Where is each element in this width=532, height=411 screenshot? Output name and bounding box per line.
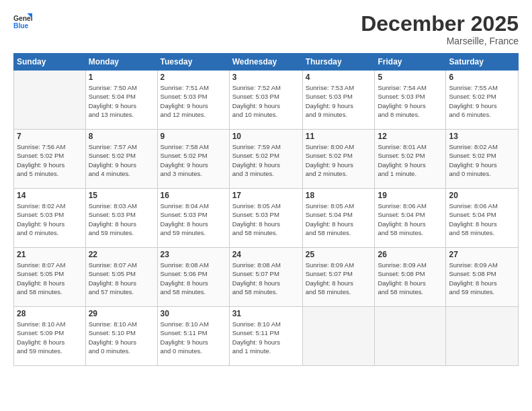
col-sunday: Sunday	[14, 54, 86, 71]
day-number: 30	[161, 309, 226, 318]
day-number: 22	[89, 250, 154, 259]
day-number: 26	[378, 250, 443, 259]
week-row-4: 21Sunrise: 8:07 AMSunset: 5:05 PMDayligh…	[14, 248, 519, 307]
table-cell: 20Sunrise: 8:06 AMSunset: 5:04 PMDayligh…	[446, 189, 519, 248]
table-cell: 12Sunrise: 8:01 AMSunset: 5:02 PMDayligh…	[375, 130, 446, 189]
day-number: 24	[232, 250, 300, 259]
table-cell: 24Sunrise: 8:08 AMSunset: 5:07 PMDayligh…	[229, 248, 302, 307]
table-cell: 10Sunrise: 7:59 AMSunset: 5:02 PMDayligh…	[229, 130, 302, 189]
table-cell	[446, 307, 519, 366]
day-number: 18	[306, 191, 372, 200]
day-number: 1	[89, 73, 154, 82]
logo-icon: General Blue	[13, 12, 32, 31]
table-cell: 9Sunrise: 7:58 AMSunset: 5:02 PMDaylight…	[157, 130, 229, 189]
calendar-page: General Blue December 2025 Marseille, Fr…	[0, 0, 532, 411]
day-number: 14	[17, 191, 83, 200]
col-tuesday: Tuesday	[157, 54, 229, 71]
day-info: Sunrise: 8:08 AMSunset: 5:07 PMDaylight:…	[232, 261, 300, 296]
table-cell: 22Sunrise: 8:07 AMSunset: 5:05 PMDayligh…	[85, 248, 157, 307]
table-cell: 14Sunrise: 8:02 AMSunset: 5:03 PMDayligh…	[14, 189, 86, 248]
day-info: Sunrise: 7:54 AMSunset: 5:03 PMDaylight:…	[378, 83, 443, 119]
logo: General Blue	[13, 12, 32, 31]
day-info: Sunrise: 8:04 AMSunset: 5:03 PMDaylight:…	[161, 201, 226, 237]
day-info: Sunrise: 8:09 AMSunset: 5:08 PMDaylight:…	[449, 261, 515, 296]
table-cell: 2Sunrise: 7:51 AMSunset: 5:03 PMDaylight…	[157, 71, 229, 130]
day-number: 21	[17, 250, 83, 259]
day-info: Sunrise: 8:08 AMSunset: 5:06 PMDaylight:…	[161, 261, 226, 296]
col-wednesday: Wednesday	[229, 54, 302, 71]
week-row-1: 1Sunrise: 7:50 AMSunset: 5:04 PMDaylight…	[14, 71, 519, 130]
week-row-3: 14Sunrise: 8:02 AMSunset: 5:03 PMDayligh…	[14, 189, 519, 248]
day-info: Sunrise: 7:51 AMSunset: 5:03 PMDaylight:…	[161, 83, 226, 119]
day-number: 29	[89, 309, 154, 318]
table-cell: 8Sunrise: 7:57 AMSunset: 5:02 PMDaylight…	[85, 130, 157, 189]
header-row: Sunday Monday Tuesday Wednesday Thursday…	[14, 54, 519, 71]
day-info: Sunrise: 7:55 AMSunset: 5:02 PMDaylight:…	[449, 83, 515, 119]
day-number: 11	[306, 132, 372, 141]
day-number: 2	[161, 73, 226, 82]
day-info: Sunrise: 8:10 AMSunset: 5:09 PMDaylight:…	[17, 320, 83, 355]
day-info: Sunrise: 8:02 AMSunset: 5:02 PMDaylight:…	[449, 142, 515, 178]
table-cell	[302, 307, 375, 366]
day-number: 9	[161, 132, 226, 141]
day-info: Sunrise: 8:10 AMSunset: 5:10 PMDaylight:…	[89, 320, 154, 355]
day-info: Sunrise: 8:01 AMSunset: 5:02 PMDaylight:…	[378, 142, 443, 178]
day-number: 23	[161, 250, 226, 259]
col-friday: Friday	[375, 54, 446, 71]
day-info: Sunrise: 7:50 AMSunset: 5:04 PMDaylight:…	[89, 83, 154, 119]
day-info: Sunrise: 8:03 AMSunset: 5:03 PMDaylight:…	[89, 201, 154, 237]
table-cell	[14, 71, 86, 130]
table-cell: 25Sunrise: 8:09 AMSunset: 5:07 PMDayligh…	[302, 248, 375, 307]
day-info: Sunrise: 8:07 AMSunset: 5:05 PMDaylight:…	[17, 261, 83, 296]
day-info: Sunrise: 8:10 AMSunset: 5:11 PMDaylight:…	[232, 320, 300, 355]
table-cell: 26Sunrise: 8:09 AMSunset: 5:08 PMDayligh…	[375, 248, 446, 307]
col-saturday: Saturday	[446, 54, 519, 71]
day-number: 19	[378, 191, 443, 200]
table-cell: 18Sunrise: 8:05 AMSunset: 5:04 PMDayligh…	[302, 189, 375, 248]
day-number: 25	[306, 250, 372, 259]
day-number: 27	[449, 250, 515, 259]
table-cell: 5Sunrise: 7:54 AMSunset: 5:03 PMDaylight…	[375, 71, 446, 130]
table-cell: 29Sunrise: 8:10 AMSunset: 5:10 PMDayligh…	[85, 307, 157, 366]
day-info: Sunrise: 7:59 AMSunset: 5:02 PMDaylight:…	[232, 142, 300, 178]
day-number: 6	[449, 73, 515, 82]
calendar-table: Sunday Monday Tuesday Wednesday Thursday…	[13, 53, 519, 366]
table-cell: 13Sunrise: 8:02 AMSunset: 5:02 PMDayligh…	[446, 130, 519, 189]
week-row-2: 7Sunrise: 7:56 AMSunset: 5:02 PMDaylight…	[14, 130, 519, 189]
day-number: 8	[89, 132, 154, 141]
day-number: 10	[232, 132, 300, 141]
col-monday: Monday	[85, 54, 157, 71]
table-cell: 15Sunrise: 8:03 AMSunset: 5:03 PMDayligh…	[85, 189, 157, 248]
day-number: 12	[378, 132, 443, 141]
day-info: Sunrise: 8:09 AMSunset: 5:08 PMDaylight:…	[378, 261, 443, 296]
day-info: Sunrise: 7:52 AMSunset: 5:03 PMDaylight:…	[232, 83, 300, 119]
table-cell: 23Sunrise: 8:08 AMSunset: 5:06 PMDayligh…	[157, 248, 229, 307]
day-info: Sunrise: 8:00 AMSunset: 5:02 PMDaylight:…	[306, 142, 372, 178]
day-number: 5	[378, 73, 443, 82]
day-info: Sunrise: 8:07 AMSunset: 5:05 PMDaylight:…	[89, 261, 154, 296]
table-cell	[375, 307, 446, 366]
day-info: Sunrise: 8:10 AMSunset: 5:11 PMDaylight:…	[161, 320, 226, 355]
table-cell: 7Sunrise: 7:56 AMSunset: 5:02 PMDaylight…	[14, 130, 86, 189]
day-info: Sunrise: 7:53 AMSunset: 5:03 PMDaylight:…	[306, 83, 372, 119]
day-info: Sunrise: 8:06 AMSunset: 5:04 PMDaylight:…	[378, 201, 443, 237]
day-number: 28	[17, 309, 83, 318]
day-info: Sunrise: 8:09 AMSunset: 5:07 PMDaylight:…	[306, 261, 372, 296]
day-number: 16	[161, 191, 226, 200]
day-number: 3	[232, 73, 300, 82]
week-row-5: 28Sunrise: 8:10 AMSunset: 5:09 PMDayligh…	[14, 307, 519, 366]
location: Marseille, France	[361, 36, 519, 46]
table-cell: 31Sunrise: 8:10 AMSunset: 5:11 PMDayligh…	[229, 307, 302, 366]
table-cell: 17Sunrise: 8:05 AMSunset: 5:03 PMDayligh…	[229, 189, 302, 248]
day-number: 4	[306, 73, 372, 82]
day-number: 15	[89, 191, 154, 200]
day-number: 17	[232, 191, 300, 200]
table-cell: 27Sunrise: 8:09 AMSunset: 5:08 PMDayligh…	[446, 248, 519, 307]
day-info: Sunrise: 7:57 AMSunset: 5:02 PMDaylight:…	[89, 142, 154, 178]
day-info: Sunrise: 8:05 AMSunset: 5:04 PMDaylight:…	[306, 201, 372, 237]
table-cell: 3Sunrise: 7:52 AMSunset: 5:03 PMDaylight…	[229, 71, 302, 130]
day-info: Sunrise: 8:02 AMSunset: 5:03 PMDaylight:…	[17, 201, 83, 237]
table-cell: 30Sunrise: 8:10 AMSunset: 5:11 PMDayligh…	[157, 307, 229, 366]
header: General Blue December 2025 Marseille, Fr…	[13, 12, 519, 46]
svg-text:General: General	[13, 15, 32, 22]
